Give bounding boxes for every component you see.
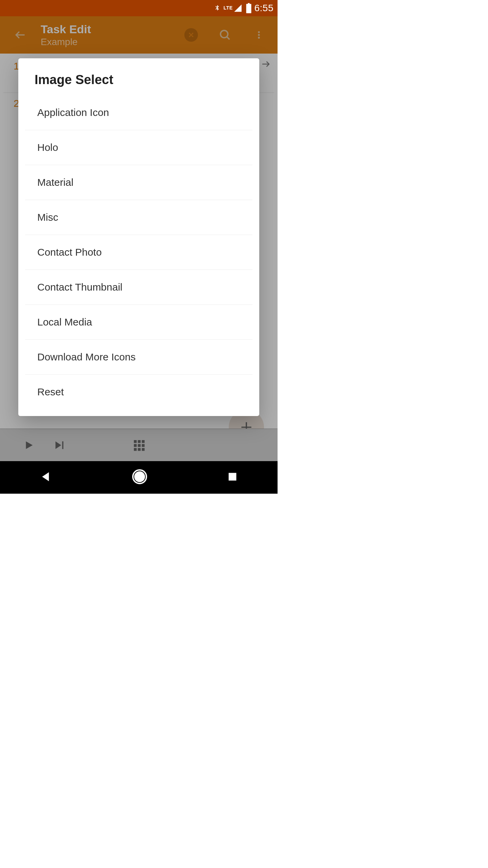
dialog-item-reset[interactable]: Reset <box>25 375 252 409</box>
svg-rect-1 <box>246 4 251 9</box>
more-vert-icon <box>254 28 264 42</box>
svg-rect-0 <box>246 9 251 13</box>
play-icon <box>23 439 35 451</box>
nav-back-icon <box>39 470 53 484</box>
app-bar: Task Edit Example <box>0 16 278 54</box>
svg-rect-9 <box>142 440 144 443</box>
arrow-right-icon <box>261 59 271 69</box>
svg-rect-12 <box>142 444 144 447</box>
forward-button[interactable] <box>261 59 271 71</box>
status-bar: LTE 6:55 <box>0 0 278 16</box>
svg-rect-15 <box>142 448 144 451</box>
step-button[interactable] <box>44 439 75 451</box>
appbar-title: Task Edit <box>41 23 91 36</box>
overflow-button[interactable] <box>244 28 274 42</box>
svg-rect-7 <box>134 440 137 443</box>
back-button[interactable] <box>3 28 37 41</box>
dialog-list: Application Icon Holo Material Misc Cont… <box>18 95 259 409</box>
bluetooth-icon <box>214 3 221 14</box>
grid-button[interactable] <box>124 438 154 452</box>
dialog-item-application-icon[interactable]: Application Icon <box>25 95 252 130</box>
signal-group: LTE <box>224 4 243 13</box>
plus-icon <box>239 420 254 429</box>
signal-icon <box>233 4 243 13</box>
nav-bar <box>0 461 278 494</box>
svg-point-4 <box>258 34 260 36</box>
appbar-subtitle: Example <box>41 37 91 47</box>
apps-icon <box>132 438 146 452</box>
close-icon <box>184 28 198 42</box>
svg-point-17 <box>135 472 144 481</box>
dialog-item-contact-thumbnail[interactable]: Contact Thumbnail <box>25 270 252 305</box>
dialog-item-download-more[interactable]: Download More Icons <box>25 340 252 375</box>
dialog-item-contact-photo[interactable]: Contact Photo <box>25 235 252 270</box>
svg-rect-18 <box>228 473 236 481</box>
dialog-item-holo[interactable]: Holo <box>25 130 252 165</box>
battery-icon <box>246 3 252 13</box>
svg-point-3 <box>258 31 260 33</box>
nav-recents[interactable] <box>227 471 238 484</box>
svg-rect-11 <box>138 444 140 447</box>
dialog-item-material[interactable]: Material <box>25 165 252 200</box>
svg-rect-6 <box>62 441 64 449</box>
svg-rect-14 <box>138 448 140 451</box>
image-select-dialog: Image Select Application Icon Holo Mater… <box>18 58 259 416</box>
clear-button[interactable] <box>176 28 206 42</box>
bottom-toolbar <box>0 429 278 461</box>
svg-point-2 <box>221 31 228 38</box>
svg-rect-8 <box>138 440 140 443</box>
nav-home[interactable] <box>131 469 148 486</box>
nav-square-icon <box>227 471 238 482</box>
svg-rect-10 <box>134 444 137 447</box>
nav-back[interactable] <box>39 470 53 485</box>
dialog-item-misc[interactable]: Misc <box>25 200 252 235</box>
dialog-title: Image Select <box>18 58 259 95</box>
dialog-item-local-media[interactable]: Local Media <box>25 305 252 340</box>
nav-home-icon <box>131 469 148 485</box>
search-icon <box>218 28 232 42</box>
arrow-left-icon <box>14 28 27 41</box>
network-label: LTE <box>224 5 233 11</box>
play-button[interactable] <box>14 439 44 451</box>
play-next-icon <box>53 439 66 451</box>
appbar-titles: Task Edit Example <box>41 23 91 47</box>
status-time: 6:55 <box>255 3 274 14</box>
search-button[interactable] <box>210 28 240 42</box>
svg-point-5 <box>258 37 260 39</box>
svg-rect-13 <box>134 448 137 451</box>
